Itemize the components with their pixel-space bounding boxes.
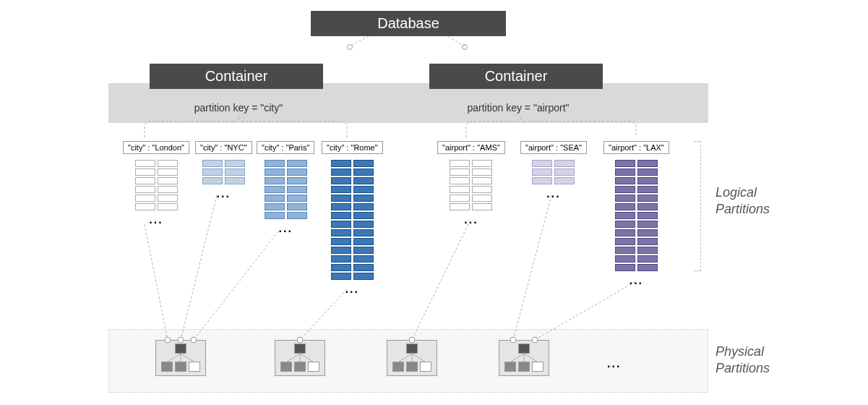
physical-partitions-label: Physical Partitions	[716, 344, 802, 378]
partition-sea: "airport" : "SEA" ...	[520, 141, 587, 200]
svg-line-6	[412, 224, 468, 340]
partition-label: "airport" : "AMS"	[437, 141, 505, 154]
container-box-2: Container	[429, 64, 603, 89]
partition-label: "airport" : "SEA"	[520, 141, 587, 154]
svg-line-2	[145, 224, 168, 340]
svg-line-4	[194, 231, 278, 340]
physical-dots: ...	[607, 357, 621, 370]
partition-key-2: partition key = "airport"	[424, 98, 612, 118]
partition-key-1: partition key = "city"	[145, 98, 332, 118]
partition-paris: "city" : "Paris" ...	[257, 141, 314, 235]
dots: ...	[149, 213, 163, 226]
dots: ...	[279, 222, 293, 235]
partition-lax: "airport" : "LAX" ...	[603, 141, 669, 287]
partition-label: "city" : "Rome"	[322, 141, 383, 154]
conn-dot	[347, 44, 353, 50]
partition-ams: "airport" : "AMS" ...	[437, 141, 505, 226]
physical-partition-3	[372, 340, 452, 383]
partition-label: "airport" : "LAX"	[603, 141, 669, 154]
dots: ...	[217, 187, 231, 200]
svg-line-0	[350, 36, 369, 46]
partition-rome: "city" : "Rome" ...	[322, 141, 383, 296]
conn-dot	[462, 44, 468, 50]
dots: ...	[345, 283, 359, 296]
partition-label: "city" : "London"	[123, 141, 189, 154]
physical-partition-4	[484, 340, 564, 383]
partition-label: "city" : "Paris"	[257, 141, 314, 154]
logical-bracket	[694, 141, 701, 271]
logical-partitions-label: Logical Partitions	[716, 184, 802, 218]
svg-line-7	[513, 195, 551, 340]
database-box: Database	[311, 11, 506, 36]
dots: ...	[546, 187, 560, 200]
dots: ...	[464, 213, 478, 226]
partition-london: "city" : "London" ...	[123, 141, 189, 226]
physical-partition-2	[260, 340, 340, 383]
dots: ...	[629, 274, 643, 287]
physical-partition-1	[141, 340, 220, 383]
partition-nyc: "city" : "NYC" ...	[195, 141, 252, 200]
partition-label: "city" : "NYC"	[195, 141, 252, 154]
container-box-1: Container	[150, 64, 323, 89]
